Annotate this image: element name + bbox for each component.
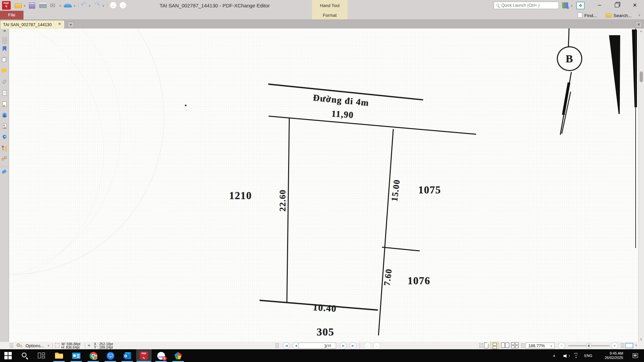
fit-page-dropdown-icon[interactable]: ∨ <box>635 344 637 347</box>
volume-icon[interactable] <box>564 354 570 358</box>
search-button[interactable]: Search... <box>613 13 632 18</box>
zoom-out-button[interactable]: − <box>558 342 565 349</box>
open-file-dropdown-icon[interactable]: ∨ <box>23 4 26 7</box>
layout-continuous-button[interactable] <box>490 342 499 349</box>
photos-app-button[interactable] <box>170 349 186 362</box>
status-bar: ⚙ ⚙ Options... ∨ W: 596.88pt H: 836.64pt… <box>0 342 644 349</box>
scrollbar-thumb[interactable] <box>640 71 643 82</box>
format-tab-label[interactable]: Format <box>312 13 347 18</box>
hand-tool-label[interactable]: Hand Tool <box>312 3 347 8</box>
find-button[interactable]: Find... <box>584 13 597 18</box>
save-icon[interactable] <box>29 2 35 9</box>
undo-icon[interactable]: ↶ <box>80 1 87 9</box>
redo-icon[interactable]: ↷ <box>94 1 100 9</box>
file-explorer-button[interactable] <box>51 349 67 362</box>
language-indicator[interactable]: ENG <box>584 354 592 358</box>
menu-file[interactable]: File <box>0 11 23 19</box>
node-b-line-top <box>568 28 569 47</box>
links-pane-icon[interactable] <box>2 156 7 162</box>
email-icon[interactable]: ✉ <box>50 2 55 9</box>
named-destinations-tag-icon[interactable] <box>2 169 7 175</box>
bookmarks-pane-icon[interactable] <box>2 46 7 52</box>
attachments-pane-icon[interactable] <box>2 79 7 85</box>
page-number-input[interactable]: 3/19 <box>299 343 336 349</box>
action-center-icon[interactable] <box>633 353 638 358</box>
tray-chevron-icon[interactable]: ∧ <box>553 354 555 358</box>
scroll-up-icon[interactable]: ∧ <box>640 29 642 33</box>
history-back-icon[interactable]: ← <box>110 2 117 9</box>
road-edge-line-lower <box>269 116 476 135</box>
clock[interactable]: 9:45 AM 26/02/2025 <box>594 351 623 360</box>
toolbar-overflow-icon[interactable]: ∨ <box>638 13 641 17</box>
parcel-number-1076: 1076 <box>408 275 430 287</box>
pdf-xchange-button[interactable]: PDF✎ <box>136 349 152 362</box>
taskbar-search-button[interactable] <box>17 349 33 362</box>
zalo-button[interactable]: Zalo 5 <box>153 349 169 362</box>
fields-tree-pane-icon[interactable] <box>2 145 7 151</box>
email-dropdown-icon[interactable]: ∨ <box>59 4 61 7</box>
scan-dropdown-icon[interactable]: ∨ <box>73 4 76 7</box>
layers-pane-icon[interactable] <box>2 112 7 118</box>
undo-dropdown-icon[interactable]: ∨ <box>89 4 91 7</box>
zoom-combo-dropdown-icon: ∨ <box>550 344 552 348</box>
fields-pane-icon[interactable] <box>2 90 7 96</box>
comments-pane-icon[interactable] <box>2 68 7 74</box>
close-document-button[interactable]: ✕ <box>635 21 642 28</box>
history-forward-icon[interactable]: → <box>119 2 126 9</box>
customize-toolbars-icon[interactable]: ⚙ <box>562 2 568 8</box>
remote-desktop-app-button[interactable] <box>103 349 118 362</box>
next-page-button[interactable]: ▶ <box>340 342 347 349</box>
start-button[interactable] <box>0 349 16 362</box>
outlook-button[interactable] <box>119 349 135 362</box>
page-current: 3 <box>324 344 327 349</box>
layout-two-pages-continuous-button[interactable] <box>511 342 519 349</box>
news-app-button[interactable] <box>68 349 84 362</box>
fullscreen-icon[interactable]: ❖ <box>576 2 585 9</box>
task-view-button[interactable] <box>34 349 49 362</box>
last-page-button[interactable]: ▶| <box>350 342 357 349</box>
dim-top: 11,90 <box>331 109 354 121</box>
options-button[interactable]: Options... <box>25 343 44 348</box>
signatures-pane-icon[interactable] <box>2 101 7 107</box>
options-dropdown-icon[interactable]: ∨ <box>47 344 50 347</box>
clock-date: 26/02/2025 <box>594 356 623 360</box>
zoom-level-value: 186.77% <box>528 344 545 348</box>
context-tab-hand-tool[interactable]: Hand Tool Format <box>312 0 347 19</box>
document-tab-label[interactable]: TAI SAN_002787_144130 <box>3 22 52 27</box>
document-tab[interactable]: TAI SAN_002787_144130 ✕ <box>0 20 65 29</box>
redo-dropdown-icon[interactable]: ∨ <box>102 4 105 7</box>
new-tab-button[interactable]: + <box>67 21 74 28</box>
windows-taskbar: PDF✎ Zalo 5 ∧ ENG 9:45 AM 26/02/2025 <box>0 349 644 362</box>
layout-single-page-button[interactable] <box>484 343 488 348</box>
print-icon[interactable] <box>39 4 47 8</box>
fit-page-button[interactable] <box>625 343 633 348</box>
vertical-scrollbar[interactable]: ∧ ∨ <box>638 28 644 342</box>
network-icon[interactable] <box>573 353 579 358</box>
dim-right-upper: 15.00 <box>389 176 402 204</box>
panes-sidebar: |◀ <box>0 28 9 342</box>
view-history-back-button[interactable]: ← <box>364 342 371 349</box>
page-total: /19 <box>327 344 331 347</box>
first-page-button[interactable]: |◀ <box>283 342 290 349</box>
quick-launch-input[interactable] <box>501 3 557 8</box>
chrome-button[interactable] <box>86 349 101 362</box>
collapse-pane-icon[interactable]: |◀ <box>3 29 5 32</box>
customize-dropdown-icon[interactable]: ∨ <box>571 4 573 7</box>
open-file-icon[interactable] <box>15 3 22 8</box>
minimize-button[interactable]: – <box>594 1 604 8</box>
content-pane-icon[interactable] <box>2 123 7 129</box>
quick-launch-box[interactable] <box>494 2 559 9</box>
pdf-page-canvas[interactable]: Đường đi 4m 11,90 22.60 15.00 7.60 10.40… <box>0 0 644 362</box>
document-tab-close-icon[interactable]: ✕ <box>58 22 61 26</box>
close-button[interactable]: ✕ <box>633 2 637 8</box>
scroll-down-icon[interactable]: ∨ <box>640 338 642 341</box>
zoom-level-combo[interactable]: 186.77% ∨ <box>526 343 554 349</box>
restore-button[interactable] <box>615 3 619 7</box>
zoom-in-button[interactable]: + <box>611 342 618 349</box>
thumbnails-pane-icon[interactable] <box>2 57 7 63</box>
view-history-forward-button[interactable]: → <box>373 342 380 349</box>
scan-icon[interactable] <box>64 4 72 7</box>
layout-two-pages-button[interactable] <box>501 343 510 348</box>
zoom-slider-thumb[interactable] <box>586 343 592 349</box>
destinations-pane-icon[interactable] <box>2 134 7 140</box>
